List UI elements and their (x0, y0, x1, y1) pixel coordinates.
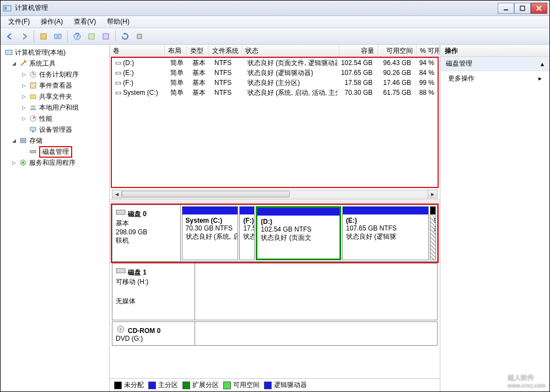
tree-shared-folders[interactable]: ▷共享文件夹 (2, 91, 108, 102)
scroll-left-button[interactable]: ◀ (112, 190, 122, 198)
partition-c[interactable]: System (C:)70.30 GB NTFS状态良好 (系统, 启 (182, 206, 239, 260)
scroll-right-button[interactable]: ▶ (428, 190, 438, 198)
svg-rect-6 (41, 34, 46, 39)
col-layout[interactable]: 布局 (165, 45, 187, 56)
disk-icon (116, 267, 126, 275)
close-button[interactable] (531, 3, 547, 14)
expand-icon[interactable]: ◢ (10, 61, 17, 66)
menu-file[interactable]: 文件(F) (3, 16, 35, 28)
back-button[interactable] (4, 30, 16, 42)
svg-point-35 (120, 329, 122, 330)
tree-task-scheduler[interactable]: ▷任务计划程序 (2, 69, 108, 80)
tree-system-tools[interactable]: ◢ 系统工具 (2, 58, 108, 69)
svg-rect-3 (520, 6, 525, 10)
col-free[interactable]: 可用空间 (378, 45, 417, 56)
volume-row[interactable]: ▭ (F:)简单基本NTFS状态良好 (主分区)17.58 GB17.46 GB… (112, 78, 438, 88)
menu-help[interactable]: 帮助(H) (101, 16, 135, 28)
action-disk-management[interactable]: 磁盘管理▴ (440, 57, 549, 71)
action-pane: 操作 磁盘管理▴ 更多操作▸ (440, 45, 549, 391)
volume-row[interactable]: ▭ (E:)简单基本NTFS状态良好 (逻辑驱动器)107.65 GB90.26… (112, 68, 438, 78)
disk-1-info: 磁盘 1 可移动 (H:) 无媒体 (112, 264, 195, 320)
scroll-thumb[interactable] (122, 191, 290, 197)
expand-icon[interactable]: ▷ (20, 105, 27, 110)
tree-device-manager[interactable]: 设备管理器 (2, 124, 108, 135)
partition-e[interactable]: (E:)107.65 GB NTFS状态良好 (逻辑驱 (342, 206, 429, 260)
tree-event-viewer[interactable]: ▷事件查看器 (2, 80, 108, 91)
svg-rect-22 (30, 108, 36, 110)
horizontal-scrollbar[interactable]: ◀ ▶ (112, 189, 438, 199)
svg-rect-1 (4, 7, 7, 10)
partition-d[interactable]: (D:)102.54 GB NTFS状态良好 (页面文 (256, 206, 341, 260)
tree-storage[interactable]: ◢ 存储 (2, 135, 108, 146)
volume-row[interactable]: ▭ (D:)简单基本NTFS状态良好 (页面文件, 逻辑驱动器)102.54 G… (112, 58, 438, 68)
svg-rect-14 (6, 50, 12, 55)
menu-view[interactable]: 查看(V) (68, 16, 101, 28)
help-icon[interactable]: ? (71, 30, 83, 42)
toolbar-icon-1[interactable] (37, 30, 50, 42)
svg-rect-8 (58, 34, 61, 39)
svg-rect-32 (116, 210, 125, 214)
action-more[interactable]: 更多操作▸ (440, 71, 549, 85)
partition-unalloc[interactable]: 9未 (430, 206, 436, 260)
col-status[interactable]: 状态 (242, 45, 339, 56)
volume-rows: ▭ (D:)简单基本NTFS状态良好 (页面文件, 逻辑驱动器)102.54 G… (111, 57, 439, 188)
expand-icon[interactable]: ▷ (20, 116, 27, 121)
scroll-track[interactable] (122, 190, 428, 198)
tree-local-users[interactable]: ▷本地用户和组 (2, 102, 108, 113)
disk-diagram: 磁盘 0 基本 298.09 GB 联机 System (C:)70.30 GB… (110, 202, 440, 378)
svg-line-24 (33, 117, 35, 119)
legend: 未分配 主分区 扩展分区 可用空间 逻辑驱动器 (110, 378, 440, 391)
svg-rect-29 (30, 151, 36, 153)
tools-icon (19, 59, 28, 68)
maximize-button[interactable] (514, 3, 531, 14)
toolbar-icon-4[interactable] (100, 30, 112, 42)
window-title: 计算机管理 (15, 3, 498, 13)
legend-primary-icon (148, 382, 156, 389)
tree-services-apps[interactable]: ▷服务和应用程序 (2, 157, 108, 168)
cdrom-0[interactable]: CD-ROM 0 DVD (G:) (112, 321, 438, 346)
forward-button[interactable] (18, 30, 30, 42)
expand-icon[interactable]: ▷ (20, 72, 27, 77)
computer-icon (4, 48, 13, 57)
expand-icon[interactable]: ▷ (10, 160, 17, 165)
volume-headers[interactable]: 卷 布局 类型 文件系统 状态 容量 可用空间 % 可用 (110, 45, 440, 57)
volume-list: 卷 布局 类型 文件系统 状态 容量 可用空间 % 可用 ▭ (D:)简单基本N… (110, 45, 440, 199)
expand-icon[interactable]: ▷ (20, 94, 27, 99)
tree-disk-management[interactable]: 磁盘管理 (2, 146, 108, 157)
drive-icon: ▭ (115, 59, 121, 67)
partition-f[interactable]: (F:)17.58 GB NTFS状态良好 (主分 (239, 206, 255, 260)
event-icon (29, 81, 37, 90)
disk-0[interactable]: 磁盘 0 基本 298.09 GB 联机 System (C:)70.30 GB… (112, 205, 438, 262)
svg-rect-18 (30, 83, 36, 88)
refresh-icon[interactable] (119, 30, 131, 42)
col-type[interactable]: 类型 (187, 45, 209, 56)
toolbar-icon-2[interactable] (52, 30, 64, 42)
expand-icon[interactable]: ◢ (10, 138, 17, 143)
tree-performance[interactable]: ▷性能 (2, 113, 108, 124)
col-volume[interactable]: 卷 (110, 45, 165, 56)
settings-icon[interactable] (133, 30, 145, 42)
svg-rect-7 (55, 34, 57, 39)
navigation-tree[interactable]: 计算机管理(本地) ◢ 系统工具 ▷任务计划程序 ▷事件查看器 ▷共享文件夹 ▷… (1, 45, 110, 391)
drive-icon: ▭ (115, 69, 121, 77)
disk-1[interactable]: 磁盘 1 可移动 (H:) 无媒体 (112, 263, 438, 320)
col-percent[interactable]: % 可用 (417, 45, 440, 56)
volume-row[interactable]: ▭ System (C:)简单基本NTFS状态良好 (系统, 启动, 活动, 主… (112, 88, 438, 98)
svg-point-20 (31, 105, 33, 108)
drive-icon: ▭ (115, 79, 121, 87)
col-filesystem[interactable]: 文件系统 (209, 45, 242, 56)
toolbar-icon-3[interactable] (85, 30, 98, 42)
expand-icon[interactable]: ▷ (20, 83, 27, 88)
svg-rect-19 (30, 95, 36, 99)
tree-root[interactable]: 计算机管理(本地) (2, 47, 108, 58)
legend-extended-icon (182, 382, 190, 389)
title-bar: 计算机管理 (1, 1, 549, 16)
svg-point-21 (33, 105, 35, 108)
menu-action[interactable]: 操作(A) (35, 16, 68, 28)
svg-rect-27 (20, 138, 26, 140)
col-capacity[interactable]: 容量 (339, 45, 378, 56)
svg-rect-33 (116, 269, 125, 273)
app-icon (3, 4, 12, 13)
main-panel: 卷 布局 类型 文件系统 状态 容量 可用空间 % 可用 ▭ (D:)简单基本N… (110, 45, 440, 391)
minimize-button[interactable] (498, 3, 514, 14)
